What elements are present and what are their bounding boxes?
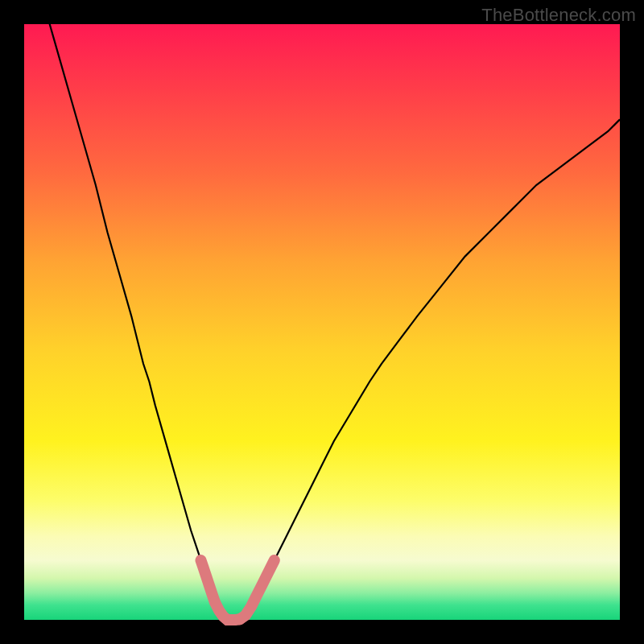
chart-svg xyxy=(24,24,620,620)
bottleneck-curve xyxy=(24,0,620,620)
watermark-text: TheBottleneck.com xyxy=(481,5,636,26)
highlight-band-right xyxy=(240,560,275,619)
plot-area xyxy=(24,24,620,620)
highlight-band-left xyxy=(201,560,215,602)
chart-frame: TheBottleneck.com xyxy=(0,0,644,644)
